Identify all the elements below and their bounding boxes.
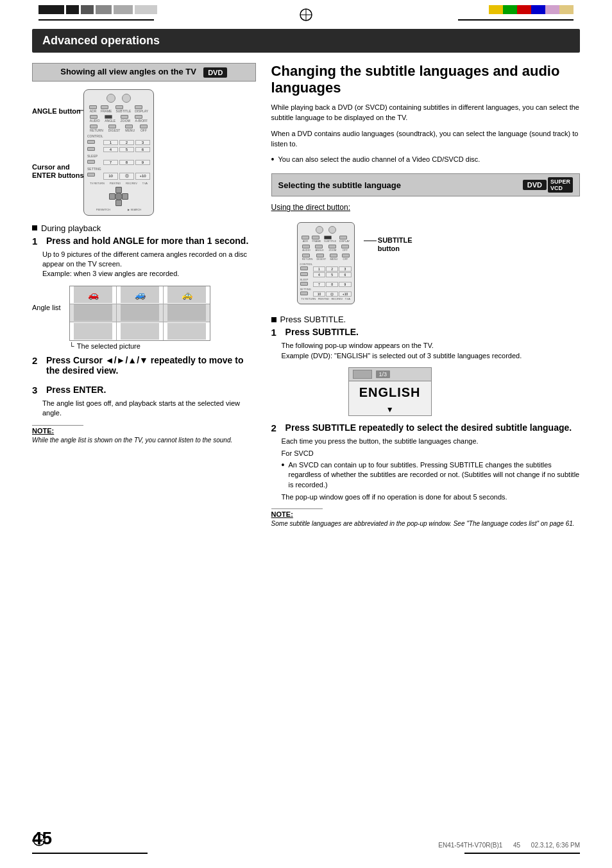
r-num-5: 5	[119, 147, 134, 152]
popup-top-row: 1/3	[349, 368, 431, 381]
angle-cell-8	[117, 322, 164, 340]
rs-num-sleep	[300, 282, 308, 286]
popup-arrows: ▼	[349, 404, 431, 415]
left-step-2-title: Press Cursor ◄/►/▲/▼ repeatedly to move …	[46, 355, 256, 376]
color-sq-yellow	[489, 5, 503, 14]
r-btn-sleep	[87, 160, 95, 164]
car-img-2: 🚙	[121, 286, 159, 303]
right-step-2: 2 Press SUBTITLE repeatedly to select th…	[271, 422, 580, 502]
advanced-ops-title: Advanced operations	[42, 34, 160, 47]
left-during-playback-text: During playback	[41, 223, 101, 233]
rs-numpad: 1 2 3	[300, 266, 352, 272]
r-control-label: CONTROL	[87, 134, 150, 138]
popup-arrow-down: ▼	[386, 405, 394, 414]
r-num-7: 7	[103, 160, 118, 165]
advanced-ops-header: Advanced operations	[32, 29, 580, 53]
r-nav-area	[87, 187, 150, 206]
left-note-label: NOTE:	[32, 427, 256, 435]
left-note-section: NOTE: While the angle list is shown on t…	[32, 425, 256, 445]
car-img-7	[74, 323, 112, 340]
subtitle-super-vcd-badge: SUPERVCD	[548, 177, 573, 193]
r-icon-left	[106, 94, 115, 103]
color-sq-green	[503, 5, 517, 14]
right-step-2-title: Press SUBTITLE repeatedly to select the …	[285, 422, 572, 433]
right-note-text: Some subtitle languages are abbreviated …	[271, 520, 575, 527]
popup-english-text: ENGLISH	[349, 381, 431, 404]
angle-cell-2: 🚙	[117, 286, 164, 304]
r-num-12: +10	[135, 173, 150, 180]
cursor-label: Cursor andENTER buttons	[32, 163, 84, 180]
left-column: Showing all view angles on the TV DVD AN…	[32, 63, 256, 528]
car-img-4	[74, 304, 112, 321]
color-sq-red	[517, 5, 531, 14]
r-num-8: 8	[119, 160, 134, 165]
rs-num-10: 10	[313, 291, 325, 297]
car-img-1: 🚗	[74, 286, 112, 303]
subtitle-during-playback-text: Press SUBTITLE.	[280, 315, 346, 324]
left-step-3-title: Press ENTER.	[46, 385, 106, 395]
subtitle-during-playback: Press SUBTITLE.	[271, 315, 580, 324]
square-bullet-right	[271, 317, 276, 322]
angle-cell-3: 🚕	[164, 286, 210, 304]
right-step-2-body: Each time you press the button, the subt…	[282, 437, 580, 502]
r-sm-icon-r	[328, 226, 336, 234]
r-btn-tv	[87, 147, 95, 151]
r-num-11: ⓪	[119, 173, 134, 180]
angle-grid: 🚗 🚙 🚕	[69, 286, 210, 341]
angle-button-label: ANGLE button	[32, 107, 81, 116]
left-remote-area: ANGLE button Cursor andENTER buttons	[32, 89, 256, 216]
rs-num-setting	[300, 291, 308, 295]
rs-ctrl-label: CONTROL	[300, 263, 352, 266]
car-img-6	[167, 304, 206, 321]
bar-seg-1	[38, 5, 64, 14]
angle-cell-4	[70, 304, 117, 322]
angle-cell-6	[164, 304, 210, 322]
left-step-1-title: Press and hold ANGLE for more than 1 sec…	[46, 236, 248, 246]
rs-num-tv	[300, 272, 308, 276]
left-section-title: Showing all view angles on the TV	[60, 67, 196, 76]
footer-info: EN41-54TH-V70R(B)1 45 02.3.12, 6:36 PM	[438, 842, 580, 849]
angle-list-area: Angle list 🚗 🚙 🚕	[32, 286, 256, 350]
angle-list-label: Angle list	[32, 304, 61, 311]
angle-cell-7	[70, 322, 117, 340]
right-step-1-title: Press SUBTITLE.	[285, 327, 359, 337]
r-bottom-labels: TV RETURNPB/STNDREC/REVT.VA	[87, 182, 150, 185]
r-numpad-row4: 10 ⓪ +10	[87, 173, 150, 180]
r-bottom-extra: PB/SWITCH▶ SEARCH	[87, 208, 150, 211]
right-intro-1: While playing back a DVD (or SVCD) conta…	[271, 102, 580, 123]
angle-cell-1: 🚗	[70, 286, 117, 304]
subtitle-remote: ADR FRAME SUBTITLE DISPLAY AUDIO ANGLE Z…	[297, 222, 355, 304]
subtitle-button-label: SUBTITLEbutton	[378, 236, 412, 253]
popup-goes-off-text: The pop-up window goes off if no operati…	[282, 492, 580, 502]
r-num-6: 6	[135, 147, 150, 152]
left-dvd-badge: DVD	[203, 67, 227, 78]
right-step-2-body-text: Each time you press the button, the subt…	[282, 437, 580, 446]
left-step-1: 1 Press and hold ANGLE for more than 1 s…	[32, 236, 256, 279]
rs-num-1: 1	[313, 266, 325, 272]
left-step-1-num: 1	[32, 236, 44, 247]
r-btn-ctrl	[87, 140, 95, 144]
rs-num-3: 3	[339, 266, 351, 272]
r-sm-icon-l	[316, 226, 323, 234]
selected-picture-label: └ The selected picture	[69, 342, 256, 350]
rs-num-2: 2	[326, 266, 338, 272]
rs-setting-label: SETTING	[300, 288, 352, 291]
left-note-hr	[32, 425, 83, 426]
bar-seg-5	[114, 5, 133, 14]
left-note-text: While the angle list is shown on the TV,…	[32, 437, 232, 444]
rs-num-4: 4	[313, 272, 325, 277]
color-sq-purple	[545, 5, 559, 14]
car-img-5	[121, 304, 159, 321]
left-step-3-num: 3	[32, 385, 44, 395]
hline-top-left	[38, 19, 154, 21]
right-bullet-1: • You can also select the audio channel …	[271, 155, 580, 164]
right-main-title: Changing the subtitle languages and audi…	[271, 63, 580, 97]
right-bullet-text: You can also select the audio channel of…	[278, 155, 480, 164]
bar-seg-6	[135, 5, 157, 14]
rs-bottom-labels: TV RETURNPB/STNDREC/REVT.VA	[300, 297, 352, 300]
right-note-section: NOTE: Some subtitle languages are abbrev…	[271, 508, 580, 528]
rs-numpad-r2: 4 5 6	[300, 272, 352, 277]
angle-grid-wrapper: 🚗 🚙 🚕	[69, 286, 256, 350]
bar-seg-4	[96, 5, 112, 14]
bar-seg-2	[66, 5, 79, 14]
